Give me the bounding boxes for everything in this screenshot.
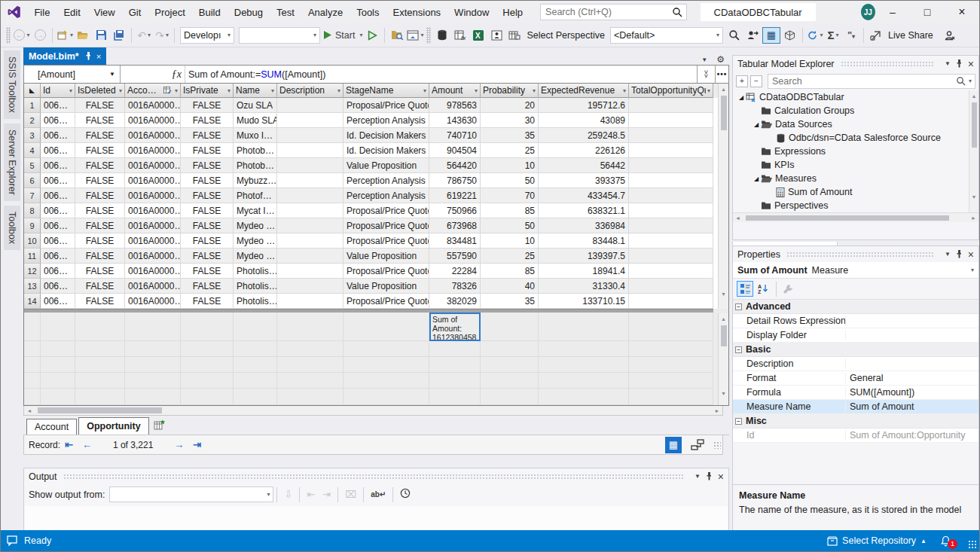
grid-cell[interactable]: 31330.4 bbox=[539, 279, 629, 294]
panel-drag-dots[interactable] bbox=[63, 474, 683, 480]
grid-cell[interactable]: 139397.5 bbox=[539, 249, 629, 264]
grid-cell[interactable]: Ozu SLA bbox=[234, 98, 277, 113]
live-share-icon[interactable] bbox=[868, 26, 884, 44]
grid-cell[interactable]: 006… bbox=[41, 279, 75, 294]
grid-cell[interactable]: 393375 bbox=[539, 173, 629, 188]
grid-cell[interactable]: 0016A0000… bbox=[125, 249, 181, 264]
tree-item[interactable]: Odbc/dsn=CData Salesforce Source bbox=[733, 131, 978, 145]
grid-cell[interactable] bbox=[277, 173, 343, 188]
pin-icon[interactable] bbox=[85, 52, 92, 60]
save-button[interactable] bbox=[93, 26, 109, 44]
collapse-icon[interactable]: − bbox=[735, 418, 742, 425]
grid-cell[interactable]: 619221 bbox=[429, 188, 481, 203]
quick-search-input[interactable] bbox=[541, 7, 671, 17]
grid-cell[interactable] bbox=[277, 128, 343, 143]
solution-platform-combo[interactable]: ▾ bbox=[239, 27, 320, 44]
grid-cell[interactable]: 564420 bbox=[429, 158, 481, 173]
tree-expander-icon[interactable]: ◢ bbox=[753, 175, 760, 182]
measure-cell[interactable] bbox=[277, 341, 343, 357]
row-number[interactable]: 9 bbox=[24, 218, 41, 233]
grid-cell[interactable]: FALSE bbox=[181, 158, 234, 173]
grid-cell[interactable]: 673968 bbox=[429, 218, 481, 233]
grid-cell[interactable]: 35 bbox=[481, 128, 539, 143]
collapse-icon[interactable]: − bbox=[735, 303, 742, 310]
grid-cell[interactable] bbox=[629, 249, 713, 264]
measure-cell[interactable] bbox=[41, 373, 75, 389]
selected-measure-cell[interactable]: Sum ofAmount:1612380458 bbox=[429, 313, 481, 341]
grid-cell[interactable]: Mybuzz… bbox=[234, 173, 277, 188]
search-model-button[interactable] bbox=[726, 26, 743, 44]
menu-debug[interactable]: Debug bbox=[227, 1, 270, 23]
grid-cell[interactable] bbox=[629, 143, 713, 158]
grid-cell[interactable] bbox=[629, 158, 713, 173]
toolbar-grip[interactable] bbox=[426, 27, 431, 44]
grid-cell[interactable]: 83448.1 bbox=[539, 233, 629, 249]
grid-cell[interactable]: 638321.1 bbox=[539, 203, 629, 218]
tme-search-input[interactable] bbox=[768, 76, 956, 87]
menu-window[interactable]: Window bbox=[447, 1, 496, 23]
grid-cell[interactable]: Mycat I… bbox=[234, 203, 277, 218]
column-header-stagename[interactable]: StageName▾ bbox=[343, 84, 429, 98]
clear-all-icon[interactable]: ⌧ bbox=[345, 489, 356, 500]
measure-cell[interactable] bbox=[125, 341, 181, 357]
grid-cell[interactable]: 226126 bbox=[539, 143, 629, 158]
measure-cell[interactable] bbox=[75, 341, 125, 357]
last-record-icon[interactable]: ⇥ bbox=[193, 439, 201, 450]
grid-cell[interactable]: 006… bbox=[41, 173, 75, 188]
grid-cell[interactable]: 195712.6 bbox=[539, 98, 629, 113]
measure-cell[interactable] bbox=[429, 373, 481, 389]
row-number[interactable]: 5 bbox=[24, 158, 41, 173]
grid-cell[interactable]: 0016A0000… bbox=[125, 279, 181, 294]
tree-item[interactable]: ◢CDataODBCTabular bbox=[733, 90, 978, 104]
output-content[interactable] bbox=[25, 506, 728, 530]
grid-cell[interactable]: FALSE bbox=[181, 188, 234, 203]
column-header-id[interactable]: Id▾ bbox=[41, 84, 75, 98]
menu-edit[interactable]: Edit bbox=[56, 1, 87, 23]
measure-cell[interactable] bbox=[41, 341, 75, 357]
tree-item[interactable]: KPIs bbox=[733, 158, 978, 172]
scroll-up-icon[interactable]: ▲ bbox=[969, 90, 978, 101]
grid-cell[interactable]: 85 bbox=[481, 203, 539, 218]
property-value[interactable]: General bbox=[846, 373, 978, 383]
measure-cell[interactable] bbox=[75, 313, 125, 341]
measure-cell[interactable] bbox=[343, 357, 429, 373]
grid-cell[interactable] bbox=[629, 294, 713, 309]
row-number[interactable]: 10 bbox=[24, 233, 41, 249]
table-tab-opportunity[interactable]: Opportunity bbox=[78, 417, 149, 435]
expand-formula-bar-icon[interactable]: ˅˅ bbox=[698, 66, 716, 83]
grid-cell[interactable] bbox=[277, 279, 343, 294]
scroll-left-icon[interactable]: ◄ bbox=[733, 212, 743, 223]
row-number[interactable]: 4 bbox=[24, 143, 41, 158]
grid-cell[interactable]: FALSE bbox=[75, 128, 125, 143]
feedback-icon[interactable] bbox=[7, 535, 18, 546]
grid-cell[interactable]: 0016A0000… bbox=[125, 143, 181, 158]
measure-cell[interactable] bbox=[24, 373, 41, 389]
select-repository-button[interactable]: Select Repository ▲ bbox=[827, 535, 927, 546]
menu-view[interactable]: View bbox=[87, 1, 122, 23]
grid-cell[interactable]: FALSE bbox=[181, 113, 234, 128]
previous-record-icon[interactable]: ← bbox=[82, 439, 92, 450]
grid-cell[interactable]: 786750 bbox=[429, 173, 481, 188]
grid-cell[interactable]: 20 bbox=[481, 98, 539, 113]
grid-cell[interactable] bbox=[277, 233, 343, 249]
grid-cell[interactable]: 382029 bbox=[429, 294, 481, 309]
measure-cell[interactable] bbox=[277, 357, 343, 373]
row-number[interactable]: 12 bbox=[24, 264, 41, 279]
record-position[interactable]: 1 of 3,221 bbox=[113, 440, 153, 450]
categorized-view-button[interactable] bbox=[737, 281, 753, 297]
grid-cell[interactable]: 0016A0000… bbox=[125, 128, 181, 143]
grid-cell[interactable] bbox=[277, 218, 343, 233]
grid-cell[interactable] bbox=[277, 188, 343, 203]
scroll-up-icon[interactable]: ▲ bbox=[719, 313, 728, 324]
measure-cell[interactable] bbox=[234, 373, 277, 389]
grid-cell[interactable]: 834481 bbox=[429, 233, 481, 249]
menu-analyze[interactable]: Analyze bbox=[301, 1, 350, 23]
scroll-down-icon[interactable]: ▼ bbox=[719, 388, 728, 398]
property-category-misc[interactable]: −Misc bbox=[733, 414, 978, 428]
panel-close-icon[interactable]: × bbox=[968, 58, 974, 70]
minimize-button[interactable]: – bbox=[875, 1, 910, 23]
diagram-view-button[interactable] bbox=[691, 439, 704, 451]
measure-cell[interactable] bbox=[481, 357, 539, 373]
select-all-corner[interactable]: ◣ bbox=[24, 84, 41, 98]
undo-button[interactable]: ↶▾ bbox=[136, 26, 152, 44]
